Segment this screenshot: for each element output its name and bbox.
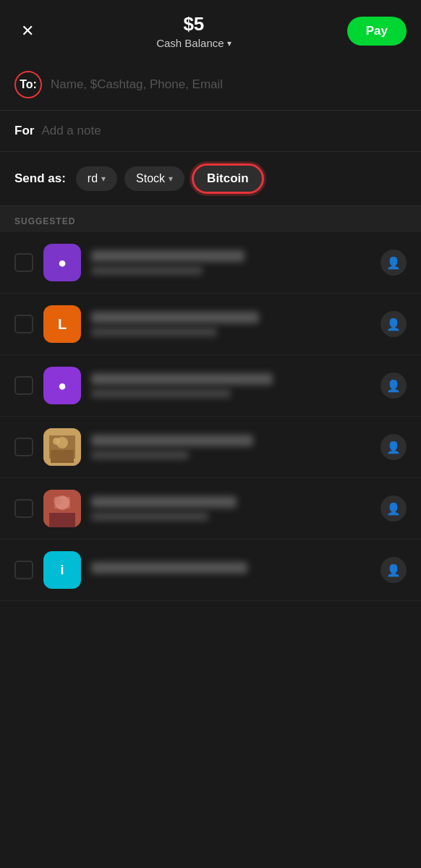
svg-rect-9	[54, 497, 70, 509]
avatar: L	[43, 305, 81, 343]
contact-corner-icon	[14, 561, 33, 579]
bitcoin-button[interactable]: Bitcoin	[192, 163, 264, 194]
bitcoin-label: Bitcoin	[207, 171, 249, 185]
contact-action-button[interactable]: 👤	[380, 557, 407, 583]
chevron-down-icon: ▾	[101, 174, 106, 184]
avatar: ●	[43, 367, 81, 404]
list-item[interactable]: 👤	[0, 417, 421, 478]
avatar-photo-icon	[43, 428, 81, 466]
pay-button[interactable]: Pay	[347, 17, 407, 46]
contact-subtitle	[91, 328, 217, 336]
person-icon: 👤	[386, 502, 401, 516]
contact-subtitle	[91, 389, 231, 398]
svg-point-4	[53, 438, 60, 445]
person-icon: 👤	[386, 563, 401, 577]
for-row: For	[0, 111, 421, 152]
contact-info	[91, 562, 370, 578]
contact-action-button[interactable]: 👤	[380, 311, 407, 337]
send-as-row: Send as: rd ▾ Stock ▾ Bitcoin	[0, 152, 421, 206]
svg-rect-3	[51, 450, 74, 463]
amount-display: $5	[156, 13, 231, 35]
to-label-text: To:	[20, 78, 37, 91]
avatar: i	[43, 551, 81, 589]
avatar	[43, 490, 81, 527]
contact-info	[91, 373, 370, 398]
to-label: To:	[14, 71, 42, 98]
contact-name	[91, 312, 259, 323]
list-item[interactable]: i 👤	[0, 540, 421, 601]
list-item[interactable]: L 👤	[0, 294, 421, 355]
person-icon: 👤	[386, 256, 401, 270]
contact-name	[91, 250, 244, 262]
note-input[interactable]	[41, 124, 407, 138]
contact-info	[91, 496, 370, 521]
contact-subtitle	[91, 512, 208, 521]
avatar-photo-icon	[43, 490, 81, 527]
list-item[interactable]: ● 👤	[0, 355, 421, 417]
contact-name	[91, 373, 273, 385]
close-button[interactable]: ✕	[14, 18, 41, 44]
contact-action-button[interactable]: 👤	[380, 373, 407, 399]
contact-info	[91, 435, 370, 459]
contact-corner-icon	[14, 253, 33, 272]
close-icon: ✕	[21, 22, 34, 41]
balance-label: Cash Balance	[156, 37, 224, 49]
contact-name	[91, 435, 253, 446]
contact-corner-icon	[14, 315, 33, 333]
stock-label: Stock	[136, 172, 165, 185]
avatar: ●	[43, 244, 81, 281]
contact-action-button[interactable]: 👤	[380, 434, 407, 460]
suggested-header: SUGGESTED	[0, 206, 421, 232]
contact-corner-icon	[14, 499, 33, 518]
avatar	[43, 428, 81, 466]
contact-name	[91, 562, 247, 574]
standard-button[interactable]: rd ▾	[76, 166, 117, 191]
contact-info	[91, 312, 370, 336]
contact-action-button[interactable]: 👤	[380, 250, 407, 276]
standard-label: rd	[88, 172, 98, 185]
contact-corner-icon	[14, 376, 33, 395]
list-item[interactable]: ● 👤	[0, 232, 421, 294]
contact-info	[91, 250, 370, 275]
list-item[interactable]: 👤	[0, 478, 421, 540]
svg-rect-7	[49, 513, 75, 527]
contact-corner-icon	[14, 438, 33, 456]
contact-subtitle	[91, 266, 203, 275]
header: ✕ $5 Cash Balance ▾ Pay	[0, 0, 421, 59]
chevron-down-icon: ▾	[169, 174, 173, 184]
send-as-label: Send as:	[14, 171, 66, 186]
person-icon: 👤	[386, 441, 401, 454]
person-icon: 👤	[386, 379, 401, 393]
to-row: To:	[0, 59, 421, 111]
suggested-label: SUGGESTED	[14, 216, 75, 226]
contact-subtitle	[91, 451, 189, 459]
recipient-input[interactable]	[51, 77, 407, 92]
for-label: For	[14, 124, 34, 138]
balance-selector[interactable]: Cash Balance ▾	[156, 37, 231, 49]
stock-button[interactable]: Stock ▾	[124, 166, 184, 191]
header-center: $5 Cash Balance ▾	[156, 13, 231, 49]
chevron-down-icon: ▾	[227, 38, 231, 48]
person-icon: 👤	[386, 318, 401, 331]
contact-name	[91, 496, 237, 508]
contact-list: ● 👤 L 👤 ● 👤	[0, 232, 421, 601]
contact-action-button[interactable]: 👤	[380, 495, 407, 522]
